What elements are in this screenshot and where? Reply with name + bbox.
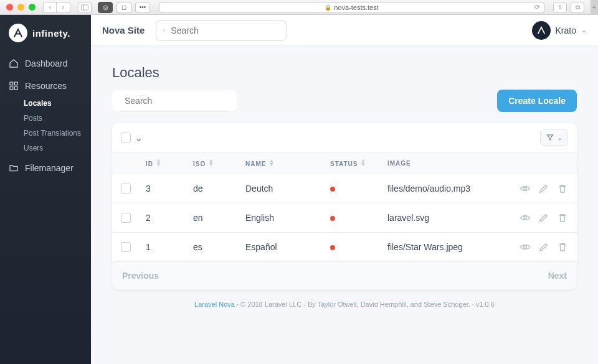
sidebar-sub-users[interactable]: Users — [0, 141, 91, 156]
chevron-down-icon[interactable]: ⌄ — [135, 132, 143, 144]
edit-icon[interactable] — [538, 212, 549, 223]
row-checkbox[interactable] — [121, 184, 131, 194]
folder-icon — [9, 163, 19, 173]
svg-point-11 — [524, 217, 527, 220]
window-zoom[interactable] — [29, 4, 36, 11]
brand-name: infinety. — [32, 28, 70, 39]
delete-icon[interactable] — [557, 212, 568, 223]
brand[interactable]: infinety. — [0, 15, 91, 54]
new-tab-button[interactable]: + — [591, 0, 598, 15]
cell-status — [330, 213, 387, 223]
brand-logo — [9, 24, 27, 42]
resource-table-card: ⌄ ⌄ ID▲▼ ISO▲▼ NAME▲▼ STATUS▲▼ IMAGE 3de… — [112, 123, 577, 289]
sidebar-item-resources[interactable]: Resources — [0, 76, 91, 96]
footer-version: v1.0.6 — [476, 301, 495, 308]
svg-rect-4 — [10, 86, 13, 90]
table-head: ID▲▼ ISO▲▼ NAME▲▼ STATUS▲▼ IMAGE — [112, 152, 577, 174]
edit-icon[interactable] — [538, 241, 549, 253]
select-all-checkbox[interactable] — [121, 133, 131, 142]
nav-back-button[interactable]: ‹ — [43, 2, 57, 13]
svg-rect-2 — [10, 82, 13, 85]
view-icon[interactable] — [520, 241, 531, 253]
topbar: Nova Site Krato ⌄ — [91, 15, 598, 46]
status-dot-icon — [330, 245, 335, 250]
svg-rect-5 — [14, 86, 17, 90]
avatar-icon — [536, 26, 546, 35]
row-checkbox[interactable] — [121, 242, 131, 252]
svg-rect-0 — [81, 4, 88, 9]
col-header-id[interactable]: ID▲▼ — [146, 159, 193, 167]
cell-name: Deutch — [245, 184, 330, 194]
footer-link[interactable]: Laravel Nova — [194, 301, 235, 308]
col-header-image: IMAGE — [387, 160, 512, 167]
user-name: Krato — [556, 26, 576, 35]
sidebar-sub-posts[interactable]: Posts — [0, 111, 91, 126]
table-row: 1esEspañolfiles/Star Wars.jpeg — [112, 232, 577, 261]
cell-name: Español — [245, 242, 330, 252]
cell-iso: en — [193, 213, 245, 223]
filter-button[interactable]: ⌄ — [540, 129, 568, 146]
url-text: nova-tests.test — [334, 4, 379, 11]
pagination-next[interactable]: Next — [548, 271, 567, 281]
home-icon — [9, 58, 19, 68]
nav-forward-button[interactable]: › — [57, 2, 70, 13]
tabs-button[interactable]: ⧉ — [571, 2, 584, 13]
global-search-input[interactable] — [171, 26, 280, 35]
chevron-down-icon: ⌄ — [581, 26, 587, 34]
col-header-name[interactable]: NAME▲▼ — [245, 159, 330, 167]
status-dot-icon — [330, 187, 335, 192]
user-menu[interactable]: Krato ⌄ — [532, 21, 587, 40]
edit-icon[interactable] — [538, 183, 549, 194]
delete-icon[interactable] — [557, 241, 568, 253]
refresh-icon[interactable]: ⟳ — [534, 3, 540, 11]
extension-icon-2[interactable]: ◻ — [116, 2, 131, 13]
sidebar-item-filemanager[interactable]: Filemanager — [0, 158, 91, 178]
window-close[interactable] — [6, 4, 13, 11]
main: Nova Site Krato ⌄ Locales Cre — [91, 15, 598, 364]
browser-chrome: ‹ › ◎ ◻ ••• 🔒 nova-tests.test ⟳ ⇪ ⧉ + — [0, 0, 598, 15]
sidebar-sub-locales[interactable]: Locales — [0, 96, 91, 111]
col-header-status[interactable]: STATUS▲▼ — [330, 159, 387, 167]
grid-icon — [9, 81, 19, 91]
cell-iso: es — [193, 242, 245, 252]
delete-icon[interactable] — [557, 183, 568, 194]
sidebar-item-dashboard[interactable]: Dashboard — [0, 54, 91, 73]
resource-search[interactable] — [112, 90, 237, 111]
chevron-down-icon: ⌄ — [557, 134, 562, 142]
window-minimize[interactable] — [17, 4, 24, 11]
row-checkbox[interactable] — [121, 213, 131, 223]
address-bar[interactable]: 🔒 nova-tests.test ⟳ — [159, 2, 544, 13]
create-locale-button[interactable]: Create Locale — [497, 90, 577, 112]
sidebar-item-label: Filemanager — [25, 163, 74, 173]
sidebar: infinety. Dashboard Resources Locales Po… — [0, 15, 91, 364]
resource-search-input[interactable] — [125, 96, 234, 106]
lock-icon: 🔒 — [325, 4, 331, 11]
cell-image: files/Star Wars.jpeg — [387, 242, 512, 252]
svg-line-7 — [164, 30, 165, 31]
search-icon — [163, 26, 166, 35]
svg-point-10 — [524, 187, 527, 190]
cell-name: English — [245, 213, 330, 223]
extension-icon[interactable]: ◎ — [98, 2, 113, 13]
pagination-prev[interactable]: Previous — [122, 271, 159, 281]
avatar — [532, 21, 551, 40]
page-title: Locales — [112, 65, 577, 81]
footer: Laravel Nova · © 2018 Laravel LLC - By T… — [112, 289, 577, 319]
sidebar-item-label: Resources — [25, 81, 67, 91]
traffic-lights — [6, 4, 36, 11]
cell-id: 2 — [146, 213, 193, 223]
col-header-iso[interactable]: ISO▲▼ — [193, 159, 245, 167]
sidebar-sub-post-translations[interactable]: Post Translations — [0, 126, 91, 141]
logo-icon — [12, 27, 24, 39]
cell-image: laravel.svg — [387, 213, 512, 223]
view-icon[interactable] — [520, 183, 531, 194]
sidebar-toggle-button[interactable] — [78, 2, 92, 13]
site-name[interactable]: Nova Site — [102, 25, 145, 35]
global-search[interactable] — [156, 20, 287, 41]
cell-status — [330, 184, 387, 194]
view-icon[interactable] — [520, 212, 531, 223]
share-button[interactable]: ⇪ — [553, 2, 567, 13]
svg-point-12 — [524, 246, 527, 249]
pagination: Previous Next — [112, 261, 577, 289]
extension-icon-3[interactable]: ••• — [135, 2, 150, 13]
